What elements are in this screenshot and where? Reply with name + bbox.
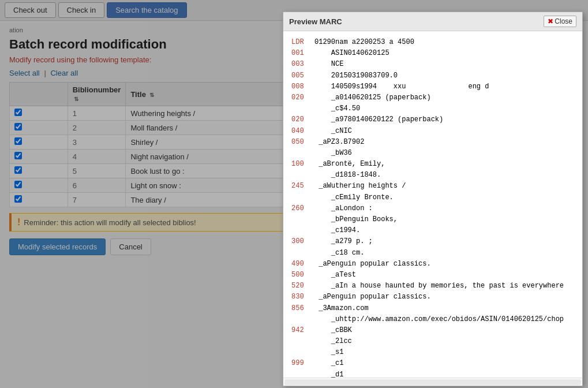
marc-data: _aPZ3.B7902 xyxy=(314,137,364,148)
marc-tag: 100 xyxy=(291,159,314,170)
marc-line: 260 _aLondon : xyxy=(291,203,574,214)
marc-line: _d1818-1848. xyxy=(291,170,574,181)
marc-tag xyxy=(291,148,314,159)
marc-tag xyxy=(291,103,314,114)
marc-tag: 260 xyxy=(291,203,314,214)
marc-tag: 020 xyxy=(291,92,314,103)
marc-data: _a0140620125 (paperback) xyxy=(314,92,431,103)
marc-tag: 005 xyxy=(291,70,314,81)
marc-data: 01290nam a2200253 a 4500 xyxy=(314,37,414,48)
marc-data: _c$4.50 xyxy=(314,103,360,114)
marc-tag xyxy=(291,170,314,181)
marc-line: 050 _aPZ3.B7902 xyxy=(291,137,574,148)
marc-line: 001 ASIN0140620125 xyxy=(291,48,574,59)
modal-close-label: Close xyxy=(555,17,572,25)
marc-data: 140509s1994 xxu eng d xyxy=(314,81,489,92)
marc-tag: 040 xyxy=(291,126,314,137)
marc-line: _c$4.50 xyxy=(291,103,574,114)
marc-line: 300 _a279 p. ; xyxy=(291,236,574,247)
modal-header: Preview MARC ✖ Close xyxy=(283,12,582,31)
marc-data: _aWuthering heights / xyxy=(314,181,406,192)
marc-tag xyxy=(291,192,314,203)
marc-tag xyxy=(291,214,314,225)
marc-tag: 490 xyxy=(291,259,314,261)
modal-close-btn[interactable]: ✖ Close xyxy=(544,16,576,27)
marc-tag: 300 xyxy=(291,236,314,247)
marc-data: _cEmily Bronte. xyxy=(314,192,394,203)
marc-line: 490 _aPenguin popular classics. xyxy=(291,259,574,261)
marc-data: 20150319083709.0 xyxy=(314,70,398,81)
marc-data: _a279 p. ; xyxy=(314,236,373,247)
marc-line: 020 _a0140620125 (paperback) xyxy=(291,92,574,103)
marc-line: _c18 cm. xyxy=(291,248,574,259)
marc-tag: 003 xyxy=(291,59,314,70)
marc-tag: 050 xyxy=(291,137,314,148)
modal-title: Preview MARC xyxy=(289,17,342,26)
marc-data: _c1994. xyxy=(314,225,360,236)
marc-line: LDR01290nam a2200253 a 4500 xyxy=(291,37,574,48)
marc-data: _cNIC xyxy=(314,126,352,137)
marc-tag xyxy=(291,225,314,236)
marc-tag: 001 xyxy=(291,48,314,59)
marc-line: 100 _aBrontë, Emily, xyxy=(291,159,574,170)
marc-data: _aPenguin popular classics. xyxy=(314,259,431,261)
marc-tag: 020 xyxy=(291,114,314,125)
marc-data: _d1818-1848. xyxy=(314,170,381,181)
marc-data: _aLondon : xyxy=(314,203,373,214)
marc-line: _bPenguin Books, xyxy=(291,214,574,225)
marc-data: NCE xyxy=(314,59,343,70)
marc-line: _bW36 xyxy=(291,148,574,159)
marc-data: _bPenguin Books, xyxy=(314,214,398,225)
modal-body: LDR01290nam a2200253 a 4500001 ASIN01406… xyxy=(283,31,582,261)
marc-line: 005 20150319083709.0 xyxy=(291,70,574,81)
preview-marc-modal: Preview MARC ✖ Close LDR01290nam a220025… xyxy=(283,12,583,261)
modal-close-icon: ✖ xyxy=(548,17,553,25)
marc-tag: 008 xyxy=(291,81,314,92)
marc-data: ASIN0140620125 xyxy=(314,48,389,59)
marc-tag: 245 xyxy=(291,181,314,192)
marc-line: _cEmily Bronte. xyxy=(291,192,574,203)
marc-data: _aBrontë, Emily, xyxy=(314,159,385,170)
marc-data: _c18 cm. xyxy=(314,248,364,259)
marc-line: _c1994. xyxy=(291,225,574,236)
marc-line: 020 _a9780140620122 (paperback) xyxy=(291,114,574,125)
marc-line: 008 140509s1994 xxu eng d xyxy=(291,81,574,92)
marc-data: _bW36 xyxy=(314,148,352,159)
marc-tag: LDR xyxy=(291,37,314,48)
marc-line: 040 _cNIC xyxy=(291,126,574,137)
marc-tag xyxy=(291,248,314,259)
marc-line: 003 NCE xyxy=(291,59,574,70)
marc-line: 245 _aWuthering heights / xyxy=(291,181,574,192)
marc-data: _a9780140620122 (paperback) xyxy=(314,114,443,125)
